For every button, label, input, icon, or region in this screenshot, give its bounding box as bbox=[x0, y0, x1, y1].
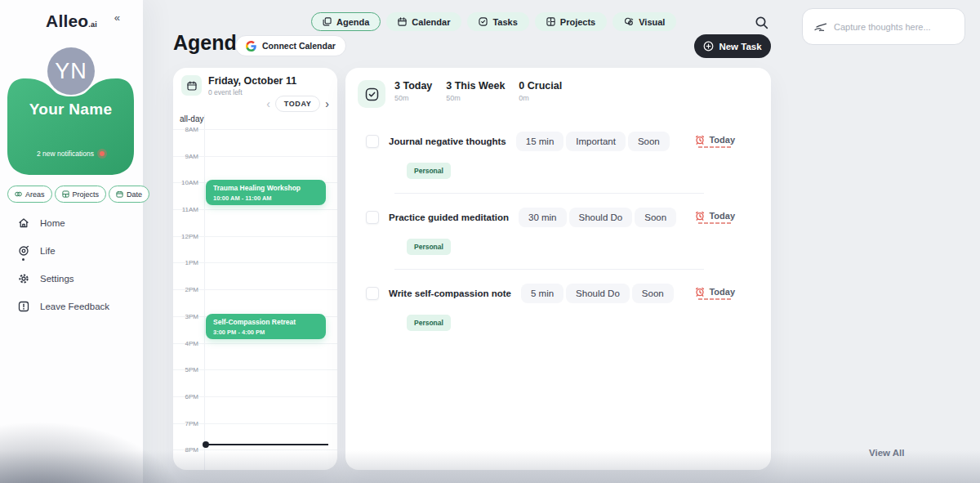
notifications-label: 2 new notifications bbox=[37, 150, 94, 158]
sidebar-item-settings[interactable]: Settings bbox=[18, 271, 109, 285]
filter-projects-button[interactable]: Projects bbox=[55, 186, 107, 203]
date-icon bbox=[116, 190, 123, 198]
projects-icon bbox=[62, 190, 69, 198]
logo-suffix: .ai bbox=[88, 20, 97, 29]
tab-tasks[interactable]: Tasks bbox=[467, 12, 528, 31]
stat-label: 0 Crucial bbox=[519, 80, 562, 92]
stat-crucial: 0 Crucial 0m bbox=[519, 80, 562, 102]
filter-areas-label: Areas bbox=[25, 190, 45, 199]
task-checkbox[interactable] bbox=[366, 135, 379, 148]
task-due[interactable]: Today bbox=[695, 211, 735, 224]
hour-label: 5PM bbox=[173, 366, 198, 373]
tab-label: Tasks bbox=[492, 17, 517, 27]
prev-day-icon[interactable]: ‹ bbox=[266, 98, 270, 110]
task-checkbox[interactable] bbox=[366, 287, 379, 300]
task-tag-personal[interactable]: Personal bbox=[407, 163, 451, 179]
task-priority-chip[interactable]: Important bbox=[566, 132, 626, 151]
task-due[interactable]: Today bbox=[695, 135, 735, 148]
stat-sub: 0m bbox=[519, 94, 562, 102]
task-urgency-chip[interactable]: Soon bbox=[632, 284, 674, 303]
agenda-icon bbox=[323, 17, 332, 26]
notification-dot-icon bbox=[100, 151, 105, 156]
sidebar-item-label: Home bbox=[40, 218, 65, 228]
hour-label: 3PM bbox=[173, 313, 198, 320]
tab-visual[interactable]: Visual bbox=[612, 12, 676, 31]
sidebar-filters: Areas Projects Date bbox=[7, 186, 149, 203]
task-duration-chip[interactable]: 5 min bbox=[521, 284, 564, 303]
capture-thoughts-box bbox=[802, 8, 965, 45]
tasks-icon bbox=[479, 17, 488, 26]
connect-calendar-button[interactable]: Connect Calendar bbox=[235, 35, 346, 56]
hour-label: 9AM bbox=[173, 153, 198, 160]
feedback-icon bbox=[18, 301, 29, 312]
task-priority-chip[interactable]: Should Do bbox=[566, 284, 630, 303]
filter-areas-button[interactable]: Areas bbox=[7, 186, 52, 203]
tab-label: Visual bbox=[639, 17, 665, 27]
task-title[interactable]: Journal negative thoughts bbox=[389, 136, 506, 146]
task-duration-chip[interactable]: 30 min bbox=[519, 208, 567, 227]
search-icon[interactable] bbox=[755, 16, 769, 30]
task-urgency-chip[interactable]: Soon bbox=[628, 132, 670, 151]
task-row: Journal negative thoughts 15 min Importa… bbox=[345, 125, 771, 194]
new-task-label: New Task bbox=[719, 42, 761, 51]
calendar-icon bbox=[398, 17, 407, 26]
task-due[interactable]: Today bbox=[695, 287, 735, 300]
filter-date-label: Date bbox=[127, 190, 142, 199]
due-underline bbox=[698, 146, 733, 148]
task-duration-chip[interactable]: 15 min bbox=[516, 132, 564, 151]
collapse-sidebar-icon[interactable]: « bbox=[114, 11, 120, 24]
home-icon bbox=[18, 217, 29, 229]
tasks-panel: 3 Today 50m 3 This Week 50m 0 Crucial 0m… bbox=[345, 68, 771, 470]
calendar-event[interactable]: Self-Compassion Retreat 3:00 PM - 4:00 P… bbox=[206, 314, 326, 339]
areas-icon bbox=[15, 190, 22, 198]
task-priority-chip[interactable]: Should Do bbox=[569, 208, 633, 227]
calendar-icon bbox=[187, 81, 197, 91]
task-tag-personal[interactable]: Personal bbox=[407, 239, 451, 255]
stat-today: 3 Today 50m bbox=[394, 80, 432, 102]
main-nav-tabs: Agenda Calendar Tasks Projects Visual bbox=[311, 12, 676, 31]
calendar-nav: ‹ TODAY › bbox=[266, 96, 329, 112]
avatar[interactable]: YN bbox=[47, 47, 95, 95]
visual-icon bbox=[624, 17, 634, 26]
sidebar-item-label: Leave Feedback bbox=[40, 302, 109, 311]
tab-label: Agenda bbox=[336, 17, 369, 27]
due-underline bbox=[698, 298, 733, 300]
hour-label: 7PM bbox=[173, 420, 198, 427]
alarm-clock-icon bbox=[695, 287, 705, 297]
task-stats-icon-box bbox=[358, 80, 385, 108]
due-underline bbox=[698, 222, 733, 224]
capture-thoughts-input[interactable] bbox=[834, 22, 953, 32]
alarm-clock-icon bbox=[695, 211, 705, 221]
tab-calendar[interactable]: Calendar bbox=[386, 12, 461, 31]
logo-text: Alleo bbox=[46, 11, 88, 30]
task-title[interactable]: Write self-compassion note bbox=[389, 288, 511, 298]
sidebar: Alleo.ai « YN Your Name 2 new notificati… bbox=[0, 0, 143, 483]
calendar-event[interactable]: Trauma Healing Workshop 10:00 AM - 11:00… bbox=[206, 180, 326, 205]
scribble-pen-icon bbox=[814, 22, 827, 32]
tab-label: Calendar bbox=[412, 17, 450, 27]
new-task-button[interactable]: New Task bbox=[694, 34, 771, 58]
stat-label: 3 Today bbox=[394, 80, 432, 92]
hour-label: 11AM bbox=[173, 206, 198, 213]
sidebar-item-home[interactable]: Home bbox=[18, 216, 109, 230]
task-title[interactable]: Practice guided meditation bbox=[389, 212, 509, 222]
today-button[interactable]: TODAY bbox=[275, 96, 321, 112]
sidebar-item-leave-feedback[interactable]: Leave Feedback bbox=[18, 299, 109, 313]
task-urgency-chip[interactable]: Soon bbox=[635, 208, 676, 227]
filter-date-button[interactable]: Date bbox=[109, 186, 149, 203]
check-square-icon bbox=[365, 87, 379, 101]
tab-agenda[interactable]: Agenda bbox=[311, 12, 381, 31]
event-title: Self-Compassion Retreat bbox=[213, 318, 318, 326]
task-due-label: Today bbox=[709, 287, 735, 297]
task-tag-personal[interactable]: Personal bbox=[407, 315, 451, 331]
tab-projects[interactable]: Projects bbox=[535, 12, 607, 31]
task-checkbox[interactable] bbox=[366, 211, 379, 224]
sidebar-menu: Home Life Settings Leave Feedback bbox=[18, 216, 109, 313]
notifications-link[interactable]: 2 new notifications bbox=[7, 150, 134, 158]
event-time: 10:00 AM - 11:00 AM bbox=[213, 195, 318, 202]
task-due-label: Today bbox=[709, 211, 735, 221]
next-day-icon[interactable]: › bbox=[325, 98, 329, 110]
sidebar-item-life[interactable]: Life bbox=[18, 244, 109, 257]
task-row: Write self-compassion note 5 min Should … bbox=[345, 277, 771, 331]
view-all-link[interactable]: View All bbox=[869, 448, 904, 458]
